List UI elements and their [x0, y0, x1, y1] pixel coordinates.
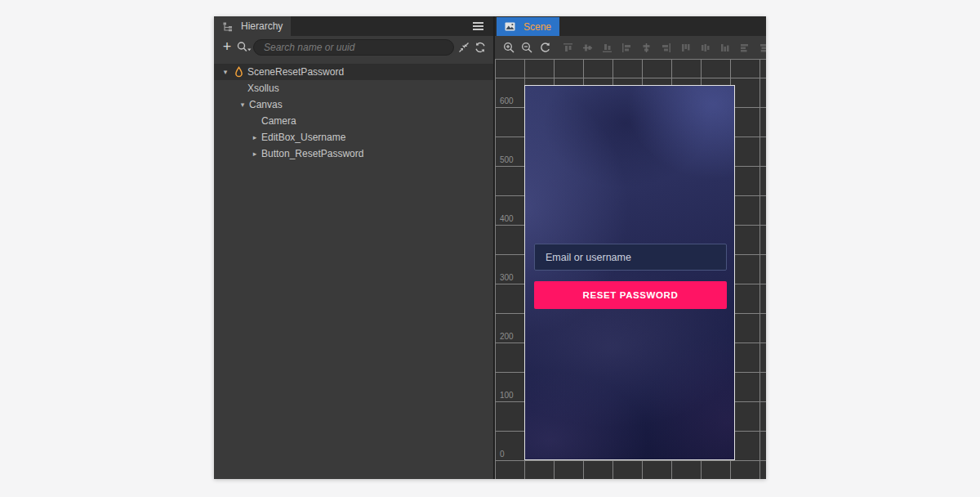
distribute-left-icon — [739, 43, 750, 53]
ruler-label: 600 — [500, 96, 514, 105]
refresh-button[interactable] — [474, 41, 487, 54]
editor-window: Hierarchy + — [214, 16, 766, 479]
distribute-bottom-button[interactable] — [719, 42, 731, 54]
scene-tabbar: Scene — [495, 16, 766, 36]
ruler-label: 100 — [500, 391, 514, 400]
align-left-icon — [621, 43, 632, 53]
collapse-all-button[interactable] — [457, 41, 470, 54]
align-vertical-center-icon — [582, 43, 593, 53]
tree-node-label: Button_ResetPassword — [261, 148, 363, 159]
ruler-label: 0 — [500, 450, 505, 459]
tab-hierarchy[interactable]: Hierarchy — [214, 16, 291, 36]
align-horizontal-center-button[interactable] — [640, 42, 653, 54]
distribute-left-button[interactable] — [738, 42, 751, 54]
align-right-button[interactable] — [660, 42, 672, 54]
tree-node-label: EditBox_Username — [261, 132, 345, 143]
collapse-all-icon — [457, 41, 470, 54]
hierarchy-tree-icon — [222, 21, 234, 32]
distribute-horizontal-center-button[interactable] — [758, 42, 766, 54]
tree-node-scene-reset-password[interactable]: ▾ SceneResetPassword — [214, 64, 493, 80]
distribute-bottom-icon — [719, 43, 730, 53]
ruler-label: 500 — [500, 155, 514, 164]
expand-arrow-icon[interactable]: ▾ — [238, 101, 247, 109]
zoom-out-icon — [521, 42, 533, 54]
ruler-label: 400 — [500, 214, 514, 223]
refresh-icon — [474, 41, 487, 54]
collapsed-arrow-icon[interactable]: ▸ — [250, 133, 260, 141]
zoom-in-icon — [503, 42, 515, 54]
zoom-out-button[interactable] — [521, 42, 533, 54]
reset-view-icon — [539, 42, 551, 54]
expand-arrow-icon[interactable]: ▾ — [220, 68, 230, 76]
scene-panel: Scene — [495, 16, 766, 479]
align-top-icon — [563, 43, 573, 53]
search-icon — [236, 41, 252, 54]
scene-viewport[interactable]: 600 500 400 300 200 100 0 Email or usern… — [495, 59, 766, 479]
game-canvas-preview: Email or username RESET PASSWORD — [524, 85, 735, 460]
align-horizontal-center-icon — [641, 43, 652, 53]
scene-image-icon — [505, 22, 516, 31]
tree-node-label: Canvas — [249, 99, 283, 110]
hierarchy-tab-label: Hierarchy — [241, 20, 283, 32]
tree-node-camera[interactable]: Camera — [214, 113, 493, 129]
tree-node-label: Camera — [261, 115, 296, 127]
tree-node-canvas[interactable]: ▾ Canvas — [214, 96, 493, 113]
tab-scene[interactable]: Scene — [497, 17, 559, 36]
tree-node-xsollus[interactable]: Xsollus — [214, 80, 493, 96]
search-filter-button[interactable] — [236, 41, 252, 54]
distribute-top-button[interactable] — [679, 42, 692, 54]
panel-menu-icon[interactable] — [470, 20, 485, 33]
zoom-in-button[interactable] — [503, 42, 515, 54]
editbox-username-node[interactable]: Email or username — [534, 244, 727, 271]
align-bottom-icon — [602, 43, 612, 53]
hierarchy-toolbar: + — [214, 36, 493, 59]
scene-tab-label: Scene — [523, 21, 551, 33]
hierarchy-tabbar: Hierarchy — [214, 16, 493, 36]
add-node-button[interactable]: + — [220, 38, 234, 56]
align-bottom-button[interactable] — [601, 42, 613, 54]
distribute-vertical-center-button[interactable] — [699, 42, 711, 54]
search-input-wrap — [253, 39, 454, 56]
distribute-vertical-center-icon — [700, 43, 710, 53]
align-left-button[interactable] — [621, 42, 633, 54]
align-top-button[interactable] — [562, 42, 574, 54]
tree-node-label: SceneResetPassword — [247, 66, 344, 78]
editbox-placeholder-text: Email or username — [546, 252, 631, 263]
reset-view-button[interactable] — [539, 42, 551, 54]
align-vertical-center-button[interactable] — [581, 42, 594, 54]
tree-node-label: Xsollus — [247, 83, 279, 94]
collapsed-arrow-icon[interactable]: ▸ — [250, 150, 260, 158]
scene-droplet-icon — [234, 66, 245, 78]
tree-node-button-resetpassword[interactable]: ▸ Button_ResetPassword — [214, 146, 493, 162]
distribute-horizontal-center-icon — [759, 43, 766, 53]
scene-toolbar — [495, 36, 766, 59]
ruler-label: 200 — [500, 332, 514, 341]
ruler-label: 300 — [500, 273, 514, 282]
distribute-top-icon — [680, 43, 691, 53]
align-right-icon — [661, 43, 671, 53]
search-input[interactable] — [253, 39, 454, 56]
hierarchy-panel: Hierarchy + — [214, 16, 493, 479]
button-reset-password-node[interactable]: RESET PASSWORD — [534, 281, 727, 309]
tree-node-editbox-username[interactable]: ▸ EditBox_Username — [214, 129, 493, 146]
hierarchy-tree: ▾ SceneResetPassword Xsollus ▾ Canvas Ca… — [214, 59, 493, 479]
align-tools — [562, 42, 766, 54]
